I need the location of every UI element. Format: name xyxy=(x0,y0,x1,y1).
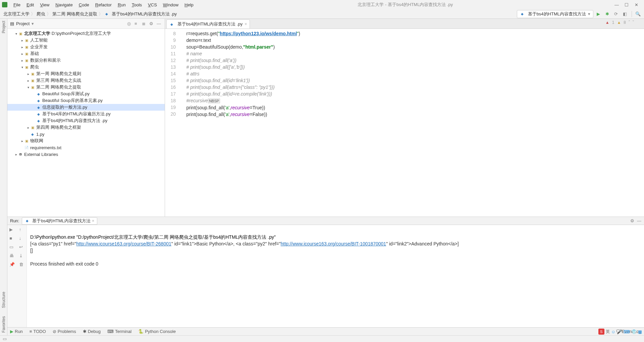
chevron-down-icon[interactable]: ▾ xyxy=(32,21,34,26)
menu-navigate[interactable]: Navigate xyxy=(53,1,75,9)
tree-arrow-icon[interactable]: ▸ xyxy=(20,59,24,62)
hide-icon[interactable]: — xyxy=(637,218,641,223)
sidebar-tab-favorites[interactable]: Favorites xyxy=(1,316,6,333)
tree-item[interactable]: ▸▣企业开发 xyxy=(7,44,165,50)
sogou-icon[interactable]: S xyxy=(598,329,604,335)
ime-emoji-icon[interactable]: ☺ xyxy=(611,329,615,334)
rerun-icon[interactable]: ▶ xyxy=(9,227,15,232)
tree-arrow-icon[interactable]: ▸ xyxy=(26,126,30,129)
tree-item[interactable]: ◆基于bs4的HTML内容查找方法 .py xyxy=(7,117,165,124)
bottom-tab-problems[interactable]: ⊘Problems xyxy=(53,329,76,334)
breadcrumb-item[interactable]: 北京理工大学 xyxy=(3,11,30,17)
editor-tab[interactable]: ◆ 基于bs4的HTML内容查找方法 .py × xyxy=(166,19,250,28)
tree-item[interactable]: ▸▣第三周 网络爬虫之实战 xyxy=(7,77,165,84)
wrap-icon[interactable]: ↩ xyxy=(19,244,24,250)
tree-item[interactable]: ▾▣北京理工大学 D:\pythonProject\北京理工大学 xyxy=(7,30,165,37)
bottom-tab-debug[interactable]: ✱Debug xyxy=(83,329,101,334)
profile-icon[interactable]: ◧ xyxy=(623,11,628,17)
menu-edit[interactable]: Edit xyxy=(24,1,37,9)
breadcrumb-item[interactable]: 爬虫 xyxy=(37,11,45,17)
ime-keyboard-icon[interactable]: ⌨ xyxy=(624,329,630,334)
tree-item[interactable]: ▸▣第四周 网络爬虫之框架 xyxy=(7,124,165,131)
bottom-tab-python-console[interactable]: 🐍Python Console xyxy=(138,329,176,334)
tree-arrow-icon[interactable]: ▾ xyxy=(14,32,18,36)
tree-arrow-icon[interactable]: ▾ xyxy=(20,65,24,69)
menu-code[interactable]: Code xyxy=(76,1,92,9)
ime-skin-icon[interactable]: 👕 xyxy=(631,329,637,334)
chevron-up-icon[interactable]: ˆ xyxy=(629,20,630,25)
stop-icon[interactable]: ■ xyxy=(9,236,15,241)
close-icon[interactable]: ✕ xyxy=(635,2,639,7)
tree-item[interactable]: ◆Beautiful Soup库测试.py xyxy=(7,91,165,97)
tree-item[interactable]: 📄requirements.txt xyxy=(7,144,165,151)
tree-item[interactable]: ◆Beautiful Soup库的基本元素.py xyxy=(7,97,165,104)
tree-item[interactable]: ▸▣物联网 xyxy=(7,137,165,144)
editor[interactable]: 891011121314151617181920 r=requests.get(… xyxy=(165,29,644,217)
run-config-selector[interactable]: ◆ 基于bs4的HTML内容查找方法 ▾ xyxy=(517,10,593,18)
collapse-icon[interactable]: ≣ xyxy=(142,21,147,26)
bottom-tab-run[interactable]: ▶Run xyxy=(10,329,23,334)
scroll-icon[interactable]: ⤓ xyxy=(19,253,24,259)
tree-item[interactable]: ▾▣第二周 网络爬虫之提取 xyxy=(7,84,165,91)
tree-arrow-icon[interactable]: ▸ xyxy=(26,72,30,76)
tree-arrow-icon[interactable]: ▸ xyxy=(20,52,24,56)
tree-arrow-icon[interactable]: ▸ xyxy=(20,39,24,42)
target-icon[interactable]: ◎ xyxy=(127,21,132,26)
menu-vcs[interactable]: VCS xyxy=(145,1,160,9)
bottom-tab-terminal[interactable]: ⌨Terminal xyxy=(107,329,131,334)
pin-icon[interactable]: 📌 xyxy=(9,262,15,267)
tree-item[interactable]: ▾▣爬虫 xyxy=(7,64,165,70)
menu-window[interactable]: Window xyxy=(160,1,181,9)
tree-arrow-icon[interactable]: ▸ xyxy=(14,153,18,156)
menu-view[interactable]: View xyxy=(37,1,52,9)
debug-icon[interactable]: ✱ xyxy=(605,11,611,17)
ime-settings-icon[interactable]: ▦ xyxy=(638,329,642,334)
chevron-down-icon[interactable]: ˇ xyxy=(633,20,634,25)
breadcrumb-item[interactable]: 基于bs4的HTML内容查找方法 .py xyxy=(112,11,177,17)
ime-lang[interactable]: 英 xyxy=(606,329,610,335)
tree-item[interactable]: ▸▣人工智能 xyxy=(7,37,165,44)
menu-refactor[interactable]: Refactor xyxy=(93,1,114,9)
menu-help[interactable]: Help xyxy=(182,1,196,9)
search-icon[interactable]: 🔍 xyxy=(635,11,641,17)
ime-mic-icon[interactable]: 🎤 xyxy=(617,329,622,334)
tree-item[interactable]: ◆基于bs4库的HTML内容遍历方法.py xyxy=(7,111,165,117)
trash-icon[interactable]: 🗑 xyxy=(19,262,24,267)
close-tab-icon[interactable]: × xyxy=(245,22,247,26)
run-icon[interactable]: ▶ xyxy=(597,11,602,17)
tree-arrow-icon[interactable]: ▾ xyxy=(26,86,30,89)
tree-arrow-icon[interactable]: ▸ xyxy=(20,45,24,49)
tree-item[interactable]: ◆1.py xyxy=(7,131,165,137)
gear-icon[interactable]: ⚙ xyxy=(149,21,155,26)
down-icon[interactable]: ↓ xyxy=(19,236,24,241)
menu-file[interactable]: File xyxy=(11,1,23,9)
expand-icon[interactable]: ≡ xyxy=(135,21,140,26)
inspection-widget[interactable]: ▲1 ▲8 ˆ ˇ xyxy=(605,19,634,25)
menu-tools[interactable]: Tools xyxy=(129,1,145,9)
print-icon[interactable]: 🖶 xyxy=(9,253,15,259)
sidebar-tab-project[interactable]: Project xyxy=(1,21,6,33)
run-tab[interactable]: ◆ 基于bs4的HTML内容查找方法 × xyxy=(22,217,97,225)
tree-item[interactable]: ▸⛃External Libraries xyxy=(7,151,165,158)
gear-icon[interactable]: ⚙ xyxy=(630,218,634,223)
console-link[interactable]: http://www.icourse163.org/course/BIT-268… xyxy=(76,241,171,246)
sidebar-tab-structure[interactable]: Structure xyxy=(1,292,6,308)
close-icon[interactable]: × xyxy=(92,218,95,223)
menu-run[interactable]: Run xyxy=(115,1,128,9)
hide-icon[interactable]: — xyxy=(157,21,162,26)
minimize-icon[interactable]: — xyxy=(614,2,619,7)
tree-arrow-icon[interactable]: ▸ xyxy=(20,139,24,143)
status-icon[interactable]: ▭ xyxy=(3,336,7,341)
tree-item[interactable]: ▸▣第一周 网络爬虫之规则 xyxy=(7,70,165,77)
breadcrumb-item[interactable]: 第二周 网络爬虫之提取 xyxy=(52,11,97,17)
layout-icon[interactable]: ▭ xyxy=(9,244,15,250)
console-output[interactable]: D:\Python\python.exe "D:/pythonProject/北… xyxy=(27,225,644,327)
up-icon[interactable]: ↑ xyxy=(19,227,24,232)
coverage-icon[interactable]: ⟳ xyxy=(614,11,620,17)
console-link[interactable]: http://www.icourse163.org/course/BIT-100… xyxy=(281,241,386,246)
tree-item[interactable]: ▸▣基础 xyxy=(7,50,165,57)
bottom-tab-todo[interactable]: ≡TODO xyxy=(30,329,46,334)
project-tree[interactable]: ▾▣北京理工大学 D:\pythonProject\北京理工大学▸▣人工智能▸▣… xyxy=(7,29,165,217)
code-area[interactable]: r=requests.get("https://python123.io/ws/… xyxy=(178,29,644,217)
tree-arrow-icon[interactable]: ▸ xyxy=(26,79,30,82)
